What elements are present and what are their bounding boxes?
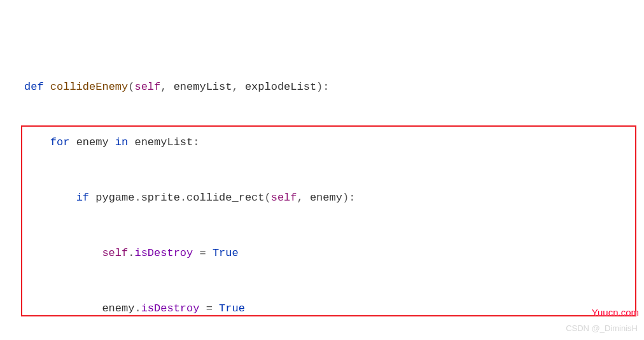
arg: enemy: [310, 192, 342, 204]
var: enemy: [102, 302, 134, 315]
self: self: [102, 247, 128, 259]
watermark-csdn: CSDN @_DiminisH: [566, 319, 638, 337]
code-line: enemy.isDestroy = True: [0, 299, 644, 318]
keyword-if: if: [76, 192, 89, 204]
param-self: self: [134, 81, 160, 93]
var: enemy: [76, 136, 109, 148]
highlight-box: [21, 125, 636, 316]
op: =: [206, 302, 213, 315]
code-block: def collideEnemy(self, enemyList, explod…: [0, 0, 644, 340]
bool: True: [213, 247, 239, 259]
attr: isDestroy: [141, 302, 200, 315]
module: pygame: [95, 192, 134, 204]
param: enemyList: [174, 81, 232, 93]
var: enemyList: [134, 136, 193, 148]
op: =: [199, 247, 206, 259]
function-name: collideEnemy: [50, 81, 128, 93]
param: explodeList: [245, 81, 316, 93]
code-line: def collideEnemy(self, enemyList, explod…: [0, 78, 644, 96]
keyword-for: for: [50, 136, 70, 148]
code-line: if pygame.sprite.collide_rect(self, enem…: [0, 188, 644, 207]
keyword-in: in: [115, 136, 128, 148]
code-line: for enemy in enemyList:: [0, 133, 644, 152]
bool: True: [219, 302, 245, 315]
attr: isDestroy: [134, 247, 193, 259]
call: collide_rect: [186, 192, 264, 204]
module: sprite: [141, 192, 180, 204]
keyword-def: def: [24, 81, 44, 93]
code-line: self.isDestroy = True: [0, 244, 644, 262]
arg-self: self: [271, 192, 297, 204]
